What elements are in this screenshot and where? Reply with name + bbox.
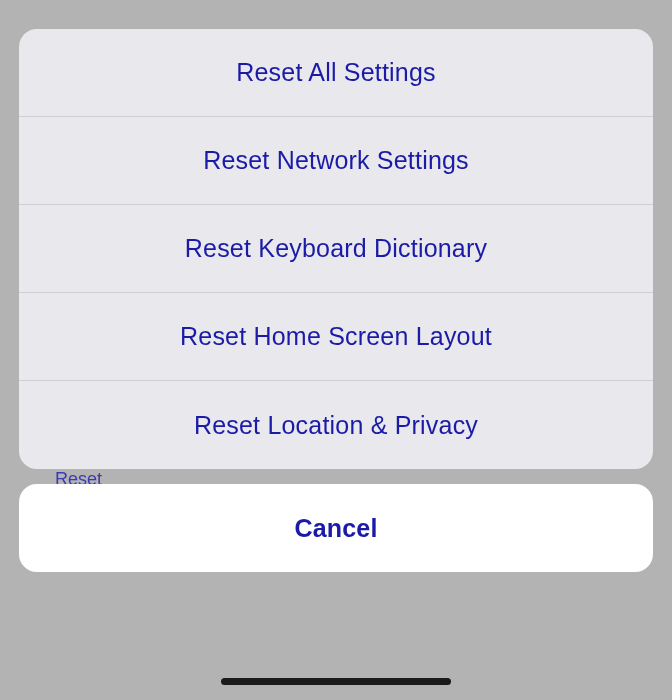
reset-home-screen-layout-option[interactable]: Reset Home Screen Layout bbox=[19, 293, 653, 381]
reset-keyboard-dictionary-option[interactable]: Reset Keyboard Dictionary bbox=[19, 205, 653, 293]
option-label: Reset Location & Privacy bbox=[194, 411, 478, 440]
options-list: Reset All Settings Reset Network Setting… bbox=[19, 29, 653, 469]
reset-location-privacy-option[interactable]: Reset Location & Privacy bbox=[19, 381, 653, 469]
option-label: Reset Keyboard Dictionary bbox=[185, 234, 487, 263]
cancel-button[interactable]: Cancel bbox=[19, 484, 653, 572]
cancel-container: Cancel bbox=[19, 484, 653, 572]
option-label: Reset All Settings bbox=[236, 58, 436, 87]
reset-network-settings-option[interactable]: Reset Network Settings bbox=[19, 117, 653, 205]
home-indicator[interactable] bbox=[221, 678, 451, 685]
cancel-label: Cancel bbox=[294, 514, 377, 543]
option-label: Reset Network Settings bbox=[203, 146, 469, 175]
reset-all-settings-option[interactable]: Reset All Settings bbox=[19, 29, 653, 117]
option-label: Reset Home Screen Layout bbox=[180, 322, 492, 351]
action-sheet: Reset All Settings Reset Network Setting… bbox=[19, 29, 653, 469]
